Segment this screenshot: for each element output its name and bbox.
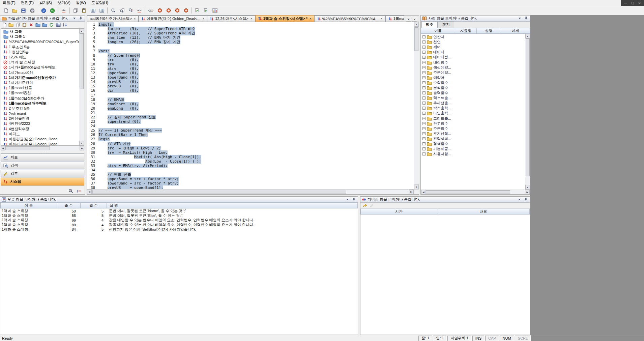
nav-system-button[interactable]: 시스템 xyxy=(1,178,84,186)
log-output-button[interactable] xyxy=(361,203,368,209)
new-file-button[interactable] xyxy=(2,7,10,15)
file-tree-item[interactable]: 이동평균(단순) Golden_Dead xyxy=(1,137,79,142)
dictionary-tree-item[interactable]: +잔고함수 xyxy=(421,121,525,126)
paste-button[interactable] xyxy=(80,7,88,15)
import-item-button[interactable] xyxy=(35,22,41,28)
column-header-col[interactable]: 열 수 xyxy=(81,203,107,208)
dictionary-tab-찾기[interactable]: 찾기 xyxy=(438,21,454,28)
expand-icon[interactable]: + xyxy=(422,152,426,155)
open-file-button[interactable] xyxy=(10,7,19,15)
file-tree-item[interactable]: 1시가기준전입 xyxy=(1,80,79,85)
expand-icon[interactable]: + xyxy=(422,46,426,49)
dictionary-tree-item[interactable]: +주문함수 xyxy=(421,126,525,131)
file-tree-item[interactable]: 1롤macd 선물 xyxy=(1,85,79,90)
file-tree-item[interactable]: 1롤macd옵션매수매도 xyxy=(1,101,79,106)
search-tool-button[interactable]: ? xyxy=(67,188,74,194)
tab-close-icon[interactable]: × xyxy=(251,17,253,21)
nav-indicator-button[interactable]: 지표 xyxy=(1,153,84,161)
file-tree-item[interactable]: 1시가macd0선 xyxy=(1,70,79,75)
spell-check-button[interactable]: abc xyxy=(135,7,144,15)
save-file-button[interactable] xyxy=(19,7,28,15)
horizontal-scrollbar[interactable]: ◀ ▶ xyxy=(1,146,84,150)
editor-tab[interactable]: 이동평균(지수) Golden_Dead<...× xyxy=(139,16,207,22)
expand-icon[interactable]: + xyxy=(422,142,426,145)
expand-icon[interactable]: + xyxy=(422,35,426,38)
help-button[interactable]: ? xyxy=(39,7,48,15)
pin-icon[interactable] xyxy=(523,197,528,202)
rename-button[interactable]: abc xyxy=(60,7,68,15)
column-header-name[interactable]: 이 름 xyxy=(0,203,57,208)
expand-icon[interactable]: + xyxy=(422,122,426,125)
yes-language-button[interactable]: YL xyxy=(48,7,57,15)
panel-menu-icon[interactable] xyxy=(72,16,77,21)
expand-icon[interactable]: + xyxy=(422,102,426,105)
editor-tab[interactable]: 1롤macd옵션매수매도<시스템>× xyxy=(385,16,404,22)
expand-icon[interactable]: + xyxy=(422,40,426,44)
column-header-name[interactable]: 이름 xyxy=(421,28,455,34)
editor-tab[interactable]: acd옵션0선추가<시스템>× xyxy=(87,16,139,22)
expand-icon[interactable]: + xyxy=(422,56,426,59)
editor-tab[interactable]: %23%EA%B5%90%EC%9C%A...× xyxy=(314,16,385,22)
expand-icon[interactable]: + xyxy=(422,61,426,64)
file-tree-item[interactable]: 이동평균(지수) Golden_Dead xyxy=(1,142,79,145)
file-tree-item[interactable]: 2번선물전략 xyxy=(1,116,79,121)
file-tree-item[interactable]: 새 그룹 xyxy=(1,29,79,34)
minimize-button[interactable]: ─ xyxy=(624,0,627,6)
copy-item-button[interactable] xyxy=(14,22,21,28)
scroll-thumb[interactable] xyxy=(426,190,510,194)
pin-icon[interactable] xyxy=(78,16,83,21)
scroll-left-icon[interactable]: ◀ xyxy=(87,190,92,194)
horizontal-scrollbar[interactable]: ◀ ▶ xyxy=(421,190,530,194)
comment-block-button[interactable]: /* xyxy=(193,7,202,15)
nav-highlight-button[interactable]: 강조 xyxy=(1,170,84,177)
file-tree-item[interactable]: 4번전략수정 xyxy=(1,126,79,132)
dictionary-tree-item[interactable]: +색상예약... xyxy=(421,65,525,70)
dictionary-tree-item[interactable]: +기본제공... xyxy=(421,146,525,151)
file-tree-item[interactable]: 2 무조건 5봉 xyxy=(1,106,79,111)
column-header-content[interactable]: 내용 xyxy=(437,209,530,215)
dictionary-tree-item[interactable]: +출력함수 xyxy=(421,90,525,95)
dictionary-tree-item[interactable]: +사용자함... xyxy=(421,151,525,157)
view-grid-button[interactable] xyxy=(55,22,61,28)
dictionary-tab-범주[interactable]: 범주 xyxy=(421,21,438,28)
scroll-thumb[interactable] xyxy=(80,33,84,89)
scroll-thumb[interactable] xyxy=(92,190,346,194)
dictionary-tree-item[interactable]: +전략성과... xyxy=(421,136,525,141)
scroll-down-icon[interactable]: ▼ xyxy=(79,141,84,145)
dictionary-tree-item[interactable]: +검색함수 xyxy=(421,141,525,146)
expand-icon[interactable]: + xyxy=(422,51,426,54)
scroll-right-icon[interactable]: ▶ xyxy=(409,190,414,194)
scroll-thumb[interactable] xyxy=(526,38,530,176)
tab-close-icon[interactable]: × xyxy=(381,17,383,21)
replace-button[interactable]: a xyxy=(126,7,135,15)
file-tree-item[interactable]: 1시가기준macd0선청산추가 xyxy=(1,75,79,80)
dictionary-tree-item[interactable]: +주문예약... xyxy=(421,70,525,75)
export-item-button[interactable] xyxy=(41,22,48,28)
scroll-down-icon[interactable]: ▼ xyxy=(414,184,419,189)
vertical-scrollbar[interactable]: ▲ ▼ xyxy=(525,34,530,190)
menu-item-0[interactable]: 파일(F) xyxy=(0,0,18,6)
dictionary-tree-item[interactable]: +추세선출... xyxy=(421,101,525,106)
add-system-button[interactable] xyxy=(182,7,190,15)
copy-window-button[interactable] xyxy=(71,7,80,15)
expand-icon[interactable]: + xyxy=(422,132,426,135)
scroll-right-icon[interactable]: ▶ xyxy=(525,190,530,194)
editor-tab[interactable]: 1맥과 숲 스위칭<시스템> *× xyxy=(255,15,314,22)
dictionary-tree[interactable]: +연산자+선언+제어+데이터+데이터정...+내장함수+색상예약...+주문예약… xyxy=(421,34,525,190)
editor-horizontal-scrollbar[interactable]: ◀ ▶ xyxy=(87,189,414,194)
nav-search-button[interactable]: 검색 xyxy=(1,162,84,169)
error-row[interactable]: 1맥과 숲 스위칭664값을 대입할 수 있는 변수나 배열의 요소, 입력변수… xyxy=(0,218,358,223)
pin-icon[interactable] xyxy=(351,197,356,202)
editor-vertical-scrollbar[interactable]: ▲ ▼ xyxy=(414,22,419,189)
expand-icon[interactable]: + xyxy=(422,117,426,120)
add-strategy-button[interactable] xyxy=(173,7,181,15)
file-tree-item[interactable]: 1 무조건 5봉 xyxy=(1,45,79,50)
dictionary-tree-item[interactable]: +그리드출... xyxy=(421,116,525,121)
error-row[interactable]: 1맥과 숲 스위칭565문법 에러, 잘못된 토큰:'Else', 올 수 있는… xyxy=(0,214,358,218)
function-tool-button[interactable]: f(x) xyxy=(76,188,82,194)
scroll-thumb[interactable] xyxy=(414,27,418,51)
new-item-button[interactable] xyxy=(1,22,7,28)
scroll-down-icon[interactable]: ▼ xyxy=(525,185,530,190)
data-sheet-button[interactable] xyxy=(89,7,97,15)
paste-item-button[interactable] xyxy=(21,22,28,28)
